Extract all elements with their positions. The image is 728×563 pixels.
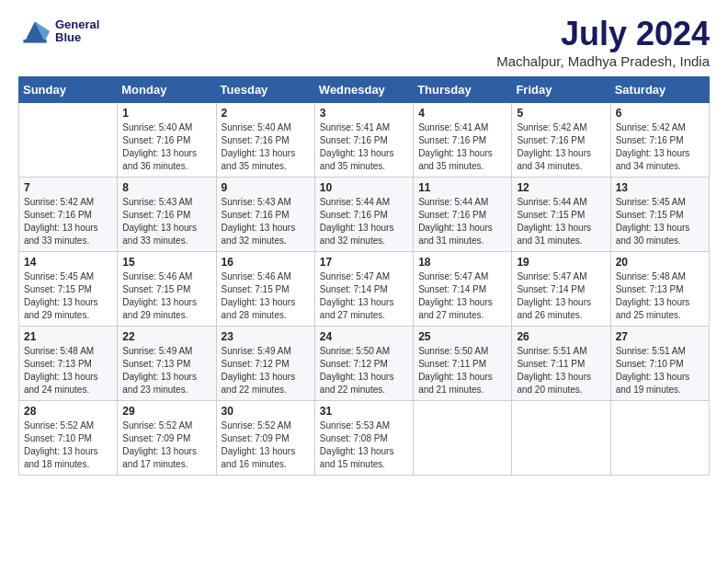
day-number: 20 — [616, 256, 704, 269]
day-number: 17 — [320, 256, 408, 269]
day-info: Sunrise: 5:46 AM Sunset: 7:15 PM Dayligh… — [222, 270, 310, 322]
day-number: 19 — [517, 256, 605, 269]
calendar-cell: 15Sunrise: 5:46 AM Sunset: 7:15 PM Dayli… — [118, 252, 216, 327]
day-number: 6 — [616, 107, 704, 120]
calendar-cell: 29Sunrise: 5:52 AM Sunset: 7:09 PM Dayli… — [118, 401, 216, 476]
day-number: 27 — [616, 330, 704, 343]
day-info: Sunrise: 5:42 AM Sunset: 7:16 PM Dayligh… — [24, 196, 112, 247]
calendar-cell — [610, 401, 709, 476]
logo-icon — [18, 15, 51, 48]
calendar-cell: 11Sunrise: 5:44 AM Sunset: 7:16 PM Dayli… — [414, 178, 512, 252]
calendar-cell: 27Sunrise: 5:51 AM Sunset: 7:10 PM Dayli… — [610, 327, 709, 401]
day-info: Sunrise: 5:51 AM Sunset: 7:11 PM Dayligh… — [517, 345, 605, 396]
day-info: Sunrise: 5:47 AM Sunset: 7:14 PM Dayligh… — [418, 270, 506, 322]
week-row-4: 21Sunrise: 5:48 AM Sunset: 7:13 PM Dayli… — [19, 327, 710, 401]
day-number: 12 — [517, 181, 605, 194]
calendar-cell: 25Sunrise: 5:50 AM Sunset: 7:11 PM Dayli… — [414, 327, 512, 401]
calendar-cell: 17Sunrise: 5:47 AM Sunset: 7:14 PM Dayli… — [314, 252, 413, 327]
calendar-cell — [414, 401, 512, 476]
calendar-cell: 24Sunrise: 5:50 AM Sunset: 7:12 PM Dayli… — [314, 327, 413, 401]
day-info: Sunrise: 5:50 AM Sunset: 7:12 PM Dayligh… — [320, 345, 408, 396]
calendar-cell: 21Sunrise: 5:48 AM Sunset: 7:13 PM Dayli… — [19, 327, 118, 401]
calendar-cell: 22Sunrise: 5:49 AM Sunset: 7:13 PM Dayli… — [118, 327, 216, 401]
day-info: Sunrise: 5:45 AM Sunset: 7:15 PM Dayligh… — [616, 196, 704, 247]
weekday-header-thursday: Thursday — [414, 77, 512, 103]
day-number: 10 — [320, 181, 408, 194]
weekday-header-row: SundayMondayTuesdayWednesdayThursdayFrid… — [19, 77, 710, 103]
day-info: Sunrise: 5:52 AM Sunset: 7:09 PM Dayligh… — [222, 419, 310, 471]
day-info: Sunrise: 5:40 AM Sunset: 7:16 PM Dayligh… — [122, 121, 210, 173]
day-info: Sunrise: 5:52 AM Sunset: 7:10 PM Dayligh… — [24, 419, 112, 471]
day-number: 30 — [222, 405, 310, 418]
weekday-header-sunday: Sunday — [19, 77, 118, 103]
calendar-cell: 28Sunrise: 5:52 AM Sunset: 7:10 PM Dayli… — [19, 401, 118, 476]
day-number: 26 — [517, 330, 605, 343]
calendar-cell: 18Sunrise: 5:47 AM Sunset: 7:14 PM Dayli… — [414, 252, 512, 327]
calendar-cell: 26Sunrise: 5:51 AM Sunset: 7:11 PM Dayli… — [512, 327, 610, 401]
title-block: July 2024 Machalpur, Madhya Pradesh, Ind… — [496, 15, 710, 69]
day-info: Sunrise: 5:50 AM Sunset: 7:11 PM Dayligh… — [418, 345, 506, 396]
day-info: Sunrise: 5:42 AM Sunset: 7:16 PM Dayligh… — [616, 121, 704, 173]
day-info: Sunrise: 5:44 AM Sunset: 7:16 PM Dayligh… — [320, 196, 408, 247]
calendar-cell: 23Sunrise: 5:49 AM Sunset: 7:12 PM Dayli… — [216, 327, 314, 401]
day-info: Sunrise: 5:47 AM Sunset: 7:14 PM Dayligh… — [320, 270, 408, 322]
calendar-cell: 20Sunrise: 5:48 AM Sunset: 7:13 PM Dayli… — [610, 252, 709, 327]
calendar-cell: 5Sunrise: 5:42 AM Sunset: 7:16 PM Daylig… — [512, 103, 610, 178]
svg-rect-2 — [23, 40, 46, 43]
logo-text: General Blue — [55, 18, 99, 45]
day-info: Sunrise: 5:43 AM Sunset: 7:16 PM Dayligh… — [122, 196, 210, 247]
logo: General Blue — [18, 15, 99, 48]
day-info: Sunrise: 5:49 AM Sunset: 7:13 PM Dayligh… — [122, 345, 210, 396]
day-number: 25 — [418, 330, 506, 343]
calendar-cell: 16Sunrise: 5:46 AM Sunset: 7:15 PM Dayli… — [216, 252, 314, 327]
day-info: Sunrise: 5:41 AM Sunset: 7:16 PM Dayligh… — [418, 121, 506, 173]
day-number: 2 — [222, 107, 310, 120]
calendar-cell: 31Sunrise: 5:53 AM Sunset: 7:08 PM Dayli… — [314, 401, 413, 476]
day-number: 29 — [122, 405, 210, 418]
weekday-header-wednesday: Wednesday — [314, 77, 413, 103]
calendar-cell: 6Sunrise: 5:42 AM Sunset: 7:16 PM Daylig… — [610, 103, 709, 178]
calendar-table: SundayMondayTuesdayWednesdayThursdayFrid… — [18, 76, 710, 476]
weekday-header-friday: Friday — [512, 77, 610, 103]
week-row-1: 1Sunrise: 5:40 AM Sunset: 7:16 PM Daylig… — [19, 103, 710, 178]
weekday-header-tuesday: Tuesday — [216, 77, 314, 103]
day-info: Sunrise: 5:45 AM Sunset: 7:15 PM Dayligh… — [24, 270, 112, 322]
calendar-cell: 2Sunrise: 5:40 AM Sunset: 7:16 PM Daylig… — [216, 103, 314, 178]
day-info: Sunrise: 5:47 AM Sunset: 7:14 PM Dayligh… — [517, 270, 605, 322]
day-info: Sunrise: 5:44 AM Sunset: 7:16 PM Dayligh… — [418, 196, 506, 247]
weekday-header-saturday: Saturday — [610, 77, 709, 103]
calendar-cell: 4Sunrise: 5:41 AM Sunset: 7:16 PM Daylig… — [414, 103, 512, 178]
page-header: General Blue July 2024 Machalpur, Madhya… — [18, 15, 710, 69]
day-number: 1 — [122, 107, 210, 120]
calendar-cell: 8Sunrise: 5:43 AM Sunset: 7:16 PM Daylig… — [118, 178, 216, 252]
day-info: Sunrise: 5:52 AM Sunset: 7:09 PM Dayligh… — [122, 419, 210, 471]
day-number: 24 — [320, 330, 408, 343]
day-number: 4 — [418, 107, 506, 120]
calendar-cell: 12Sunrise: 5:44 AM Sunset: 7:15 PM Dayli… — [512, 178, 610, 252]
calendar-cell: 19Sunrise: 5:47 AM Sunset: 7:14 PM Dayli… — [512, 252, 610, 327]
day-info: Sunrise: 5:46 AM Sunset: 7:15 PM Dayligh… — [122, 270, 210, 322]
calendar-cell: 7Sunrise: 5:42 AM Sunset: 7:16 PM Daylig… — [19, 178, 118, 252]
day-info: Sunrise: 5:41 AM Sunset: 7:16 PM Dayligh… — [320, 121, 408, 173]
day-number: 21 — [24, 330, 112, 343]
weekday-header-monday: Monday — [118, 77, 216, 103]
day-number: 16 — [222, 256, 310, 269]
day-info: Sunrise: 5:43 AM Sunset: 7:16 PM Dayligh… — [222, 196, 310, 247]
day-info: Sunrise: 5:49 AM Sunset: 7:12 PM Dayligh… — [222, 345, 310, 396]
logo-line2: Blue — [55, 31, 99, 44]
day-info: Sunrise: 5:42 AM Sunset: 7:16 PM Dayligh… — [517, 121, 605, 173]
day-info: Sunrise: 5:48 AM Sunset: 7:13 PM Dayligh… — [24, 345, 112, 396]
day-number: 18 — [418, 256, 506, 269]
day-number: 11 — [418, 181, 506, 194]
day-number: 22 — [122, 330, 210, 343]
calendar-cell: 3Sunrise: 5:41 AM Sunset: 7:16 PM Daylig… — [314, 103, 413, 178]
day-info: Sunrise: 5:53 AM Sunset: 7:08 PM Dayligh… — [320, 419, 408, 471]
day-number: 8 — [122, 181, 210, 194]
calendar-cell: 14Sunrise: 5:45 AM Sunset: 7:15 PM Dayli… — [19, 252, 118, 327]
subtitle: Machalpur, Madhya Pradesh, India — [496, 53, 710, 69]
calendar-cell: 1Sunrise: 5:40 AM Sunset: 7:16 PM Daylig… — [118, 103, 216, 178]
day-number: 5 — [517, 107, 605, 120]
calendar-cell — [19, 103, 118, 178]
calendar-cell: 10Sunrise: 5:44 AM Sunset: 7:16 PM Dayli… — [314, 178, 413, 252]
day-info: Sunrise: 5:44 AM Sunset: 7:15 PM Dayligh… — [517, 196, 605, 247]
